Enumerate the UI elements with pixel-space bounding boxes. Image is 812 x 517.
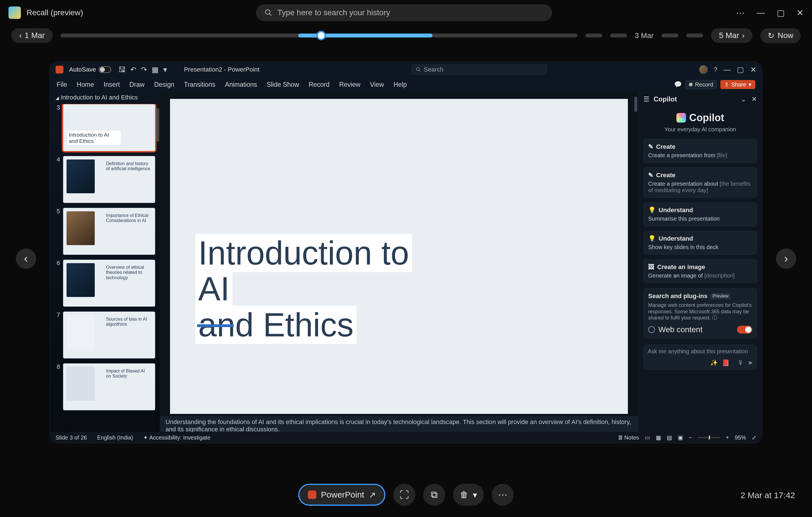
autosave-toggle[interactable]: [99, 66, 111, 73]
sparkle-icon[interactable]: ✨: [710, 359, 718, 367]
outline-section-header[interactable]: ◢ Introduction to AI and Ethics: [50, 92, 160, 104]
scrollbar-thumb[interactable]: [156, 108, 159, 142]
zoom-level[interactable]: 95%: [735, 434, 746, 441]
copilot-suggestion-card[interactable]: ✎CreateCreate a presentation about [the …: [643, 168, 757, 198]
slide-thumbnail[interactable]: 5Importance of Ethical Considerations in…: [54, 208, 155, 255]
tab-help[interactable]: Help: [394, 81, 407, 88]
tab-review[interactable]: Review: [339, 81, 360, 88]
info-icon[interactable]: ⓘ: [712, 315, 717, 321]
tab-home[interactable]: Home: [77, 81, 94, 88]
slide-thumbnail[interactable]: 3Introduction to AI and Ethics★: [54, 104, 155, 151]
slide-thumbnail-preview[interactable]: Overview of ethical theories related to …: [63, 260, 155, 307]
slide-thumbnail-preview[interactable]: Importance of Ethical Considerations in …: [63, 208, 155, 255]
copilot-suggestion-card[interactable]: 💡UnderstandSummarise this presentation: [643, 202, 757, 226]
tab-view[interactable]: View: [370, 81, 384, 88]
slideshow-view-icon[interactable]: ▣: [678, 434, 683, 441]
minimize-button[interactable]: —: [756, 8, 765, 18]
chevron-down-icon[interactable]: ⌄: [741, 95, 746, 103]
status-view-controls: ≣ Notes ▭ ▦ ▤ ▣ − + 95% ⤢: [618, 434, 756, 441]
timeline-track[interactable]: [61, 33, 577, 37]
slide-title-line1: Introduction to AI: [195, 234, 412, 308]
slide-thumbnail-preview[interactable]: Introduction to AI and Ethics★: [63, 104, 155, 151]
mic-icon[interactable]: 🎙: [737, 359, 744, 367]
slide-thumbnail-preview[interactable]: Impact of Biased AI on Society★: [63, 363, 155, 410]
slide-thumbnail[interactable]: 7Sources of bias in AI algorithms★: [54, 311, 155, 359]
scrollbar-thumb[interactable]: [634, 97, 637, 112]
chevron-left-icon: ‹: [19, 31, 22, 40]
normal-view-icon[interactable]: ▭: [645, 434, 650, 441]
delete-button[interactable]: 🗑 ▾: [453, 484, 484, 506]
undo-icon[interactable]: ↶: [130, 65, 137, 74]
redo-icon[interactable]: ↷: [141, 65, 147, 74]
crop-button[interactable]: ⛶: [393, 484, 415, 506]
prev-snapshot-button[interactable]: ‹: [16, 248, 36, 269]
suggestion-kind-icon: 💡: [648, 207, 656, 214]
web-content-row: Web content: [648, 325, 752, 334]
slide-thumbnail-preview[interactable]: Definition and history of artificial int…: [63, 156, 155, 203]
ppt-minimize-button[interactable]: —: [723, 65, 731, 74]
close-button[interactable]: ✕: [796, 8, 804, 18]
slide-thumbnail-preview[interactable]: Sources of bias in AI algorithms★: [63, 311, 155, 359]
slide-canvas[interactable]: Introduction to AI and Ethics: [170, 99, 628, 414]
slide-position[interactable]: Slide 3 of 26: [56, 434, 87, 441]
speaker-notes[interactable]: Understanding the foundations of AI and …: [160, 416, 638, 432]
slide-thumbnail[interactable]: 6Overview of ethical theories related to…: [54, 260, 155, 307]
tab-design[interactable]: Design: [154, 81, 175, 88]
notes-toggle[interactable]: ≣ Notes: [618, 434, 639, 441]
tab-transitions[interactable]: Transitions: [184, 81, 215, 88]
tab-animations[interactable]: Animations: [225, 81, 257, 88]
tab-slideshow[interactable]: Slide Show: [267, 81, 299, 88]
zoom-slider[interactable]: [698, 437, 720, 438]
ppt-close-button[interactable]: ✕: [750, 65, 756, 74]
thumbnails-scrollbar[interactable]: [156, 105, 160, 432]
web-content-toggle[interactable]: [737, 326, 752, 334]
ppt-maximize-button[interactable]: ▢: [737, 65, 744, 74]
timeline-handle[interactable]: [316, 31, 326, 40]
copilot-close-button[interactable]: ✕: [751, 95, 757, 103]
zoom-out-button[interactable]: −: [689, 434, 692, 441]
copilot-prompt[interactable]: Ask me anything about this presentation …: [643, 344, 757, 370]
ppt-search[interactable]: Search: [412, 64, 547, 75]
svg-point-2: [416, 68, 419, 71]
app-title: Recall (preview): [27, 8, 83, 17]
tab-record[interactable]: Record: [309, 81, 329, 88]
comments-icon[interactable]: 💬: [674, 81, 682, 88]
autosave-control[interactable]: AutoSave: [69, 66, 111, 73]
send-icon[interactable]: ➤: [748, 359, 753, 367]
next-snapshot-button[interactable]: ›: [776, 248, 796, 269]
slide-thumbnail[interactable]: 4Definition and history of artificial in…: [54, 156, 155, 203]
language-status[interactable]: English (India): [97, 434, 133, 441]
share-button[interactable]: ⇪ Share ▾: [720, 80, 755, 89]
present-icon[interactable]: ▦: [152, 65, 159, 74]
timeline-end-pill[interactable]: 5 Mar ›: [711, 28, 753, 43]
now-button[interactable]: ↻ Now: [760, 28, 801, 43]
history-search[interactable]: Type here to search your history: [256, 4, 552, 21]
help-icon[interactable]: ?: [714, 66, 717, 73]
snapshot-overflow-button[interactable]: ⋯: [492, 484, 514, 506]
book-icon[interactable]: 📕: [722, 359, 729, 367]
copilot-suggestion-card[interactable]: ✎CreateCreate a presentation from [file]: [643, 139, 757, 163]
sorter-view-icon[interactable]: ▦: [656, 434, 661, 441]
tab-insert[interactable]: Insert: [104, 81, 120, 88]
copilot-suggestion-card[interactable]: 💡UnderstandShow key slides in this deck: [643, 231, 757, 255]
editor-scrollbar[interactable]: [634, 93, 638, 412]
reading-view-icon[interactable]: ▤: [667, 434, 672, 441]
slide-thumbnail[interactable]: 8Impact of Biased AI on Society★: [54, 363, 155, 410]
tab-draw[interactable]: Draw: [129, 81, 145, 88]
zoom-in-button[interactable]: +: [726, 434, 729, 441]
open-app-button[interactable]: PowerPoint ↗: [298, 484, 385, 506]
fit-to-window-icon[interactable]: ⤢: [752, 434, 756, 441]
record-button[interactable]: Record: [685, 80, 717, 89]
copilot-suggestion-card[interactable]: 🖼Create an imageGenerate an image of [de…: [643, 259, 757, 283]
tab-file[interactable]: File: [57, 81, 67, 88]
timeline-start-pill[interactable]: ‹ 1 Mar: [11, 28, 53, 43]
qat-overflow-icon[interactable]: ▾: [163, 65, 167, 74]
copilot-prompt-placeholder: Ask me anything about this presentation: [648, 348, 753, 355]
hamburger-icon[interactable]: ☰: [643, 95, 649, 103]
user-avatar[interactable]: [699, 65, 708, 74]
maximize-button[interactable]: ▢: [777, 8, 785, 18]
copy-button[interactable]: ⧉: [423, 484, 445, 506]
overflow-button[interactable]: ⋯: [736, 8, 745, 18]
accessibility-status[interactable]: ✦ Accessibility: Investigate: [143, 434, 210, 441]
save-icon[interactable]: 🖫: [118, 65, 126, 74]
